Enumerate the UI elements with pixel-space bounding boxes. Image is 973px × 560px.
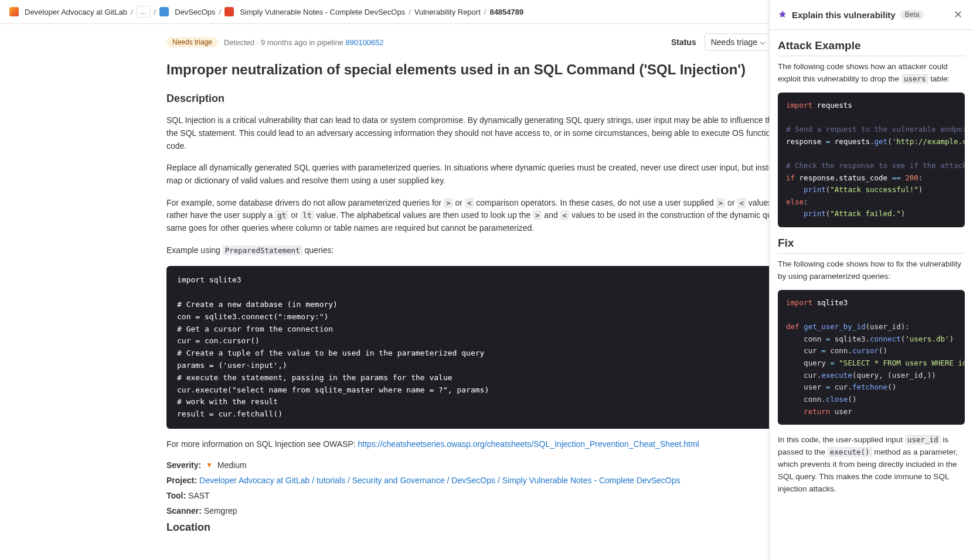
project-avatar-icon [224,7,234,16]
triage-badge: Needs triage [166,37,218,47]
breadcrumb-item[interactable]: DevSecOps [175,8,215,16]
tanuki-ai-icon [778,10,787,19]
project-avatar-icon [159,7,169,16]
status-select[interactable]: Needs triage [705,33,771,51]
beta-badge: Beta [900,10,924,19]
chevron-down-icon [760,40,765,45]
location-heading: Location [166,521,807,534]
description-p2: Replace all dynamically generated SQL qu… [166,162,807,187]
breadcrumb-item[interactable]: Simply Vulnerable Notes - Complete DevSe… [240,8,405,16]
breadcrumb-item[interactable]: Vulnerability Report [414,8,481,16]
description-p3: For example, some database drivers do no… [166,197,807,235]
breadcrumb-id: 84854789 [489,8,523,16]
fix-heading: Fix [778,237,965,254]
detected-text: Detected · 9 months ago in pipeline 8901… [224,38,384,47]
vulnerability-title: Improper neutralization of special eleme… [166,60,807,78]
project-row: Project: Developer Advocacy at GitLab / … [166,476,807,485]
description-heading: Description [166,93,807,105]
gitlab-logo-icon [9,7,19,16]
pipeline-link[interactable]: 890100652 [345,38,383,47]
scanner-row: Scanner: Semgrep [166,506,807,515]
breadcrumb-more[interactable]: ... [137,6,151,18]
severity-row: Severity: ▲ Medium [166,460,807,470]
project-link[interactable]: Developer Advocacy at GitLab / tutorials… [199,476,680,485]
tool-row: Tool: SAST [166,491,807,500]
fix-code: import sqlite3 def get_user_by_id(user_i… [778,290,965,425]
explain-panel: Explain this vulnerability Beta ✕ Attack… [769,0,973,552]
severity-medium-icon: ▲ [206,462,213,470]
description-p1: SQL Injection is a critical vulnerabilit… [166,114,807,152]
description-p4: Example using PreparedStatement queries: [166,244,807,257]
owasp-link[interactable]: https://cheatsheetseries.owasp.org/cheat… [358,439,699,449]
attack-heading: Attack Example [778,39,965,56]
fix-intro: The following code shows how to fix the … [778,258,965,283]
breadcrumb-item[interactable]: Developer Advocacy at GitLab [25,8,127,16]
main-content: Needs triage Detected · 9 months ago in … [152,24,821,552]
more-info: For more information on SQL Injection se… [166,438,807,451]
code-example: import sqlite3 # Create a new database (… [166,266,807,429]
attack-intro: The following code shows how an attacker… [778,61,965,86]
panel-title-text: Explain this vulnerability [792,10,896,20]
fix-outro: In this code, the user-supplied input us… [778,434,965,496]
close-icon[interactable]: ✕ [951,8,965,21]
status-label: Status [671,37,696,47]
attack-code: import requests # Send a request to the … [778,93,965,227]
